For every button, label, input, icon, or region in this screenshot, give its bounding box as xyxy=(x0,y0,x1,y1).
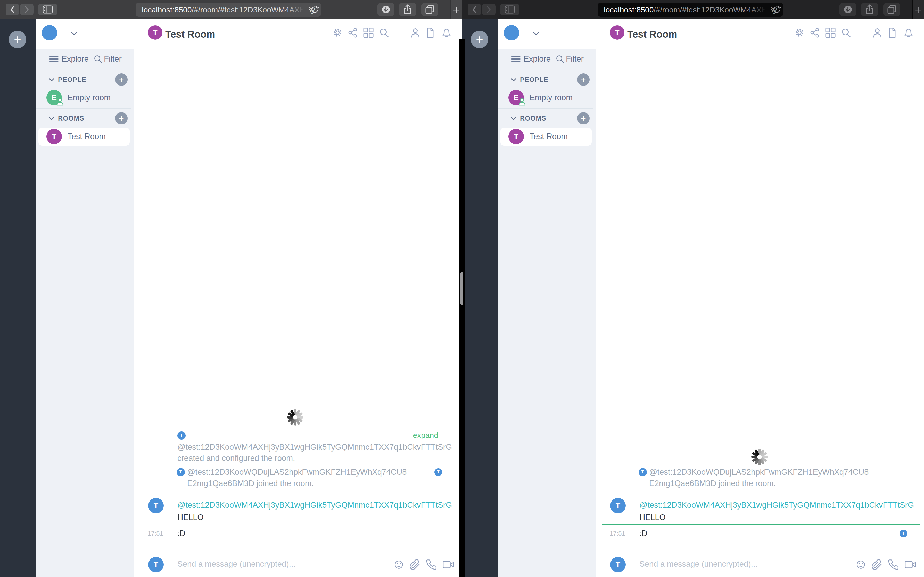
reload-button[interactable] xyxy=(310,6,319,14)
event-message: created and configured the room. xyxy=(178,453,295,464)
filter-input[interactable]: Filter xyxy=(104,53,123,65)
filter-input[interactable]: Filter xyxy=(566,53,585,65)
sidebar-panel-icon xyxy=(504,5,515,14)
room-avatar[interactable]: T xyxy=(148,25,162,40)
search-icon[interactable] xyxy=(555,54,565,64)
expand-link[interactable]: expand xyxy=(413,430,438,441)
room-search-button[interactable] xyxy=(840,27,852,39)
downloads-button[interactable] xyxy=(378,3,394,16)
explore-button[interactable]: Explore xyxy=(523,53,552,65)
sender-avatar[interactable]: T xyxy=(610,498,626,513)
room-avatar-test-room: T xyxy=(509,129,524,144)
download-icon xyxy=(842,4,854,15)
tab-overview-button[interactable] xyxy=(883,3,900,16)
emoji-button[interactable] xyxy=(855,559,866,570)
unread-marker xyxy=(602,524,921,525)
message-composer: T Send a message (unencrypted)... xyxy=(134,550,462,577)
video-call-button[interactable] xyxy=(905,559,916,570)
chat-app: + Explore Filter xyxy=(462,19,924,577)
collapse-chevron-icon[interactable] xyxy=(49,117,54,120)
notifications-button[interactable] xyxy=(903,27,914,39)
voice-call-button[interactable] xyxy=(426,559,437,570)
forward-button[interactable] xyxy=(20,3,34,15)
create-community-button[interactable]: + xyxy=(471,31,488,48)
files-button[interactable] xyxy=(424,27,436,39)
reload-button[interactable] xyxy=(772,6,781,14)
collapse-chevron-icon[interactable] xyxy=(511,117,516,120)
search-icon[interactable] xyxy=(93,54,103,64)
share-button[interactable] xyxy=(861,3,878,16)
section-rooms-label: ROOMS xyxy=(58,112,84,124)
create-community-button[interactable]: + xyxy=(9,31,26,48)
room-list-item-test-room-label[interactable]: Test Room xyxy=(68,127,106,145)
hamburger-icon[interactable] xyxy=(49,55,58,63)
new-tab-label: + xyxy=(915,4,922,16)
user-menu[interactable] xyxy=(498,19,596,50)
settings-button[interactable] xyxy=(794,27,805,39)
share-room-button[interactable] xyxy=(809,27,821,39)
bell-icon xyxy=(903,27,914,39)
composer-input[interactable]: Send a message (unencrypted)... xyxy=(640,550,758,577)
add-people-button[interactable]: + xyxy=(577,73,590,86)
composer-input[interactable]: Send a message (unencrypted)... xyxy=(178,550,296,577)
user-avatar[interactable] xyxy=(504,25,519,40)
files-button[interactable] xyxy=(886,27,898,39)
add-room-button[interactable]: + xyxy=(115,112,128,124)
settings-button[interactable] xyxy=(332,27,343,39)
add-room-button[interactable]: + xyxy=(577,112,590,124)
scrollbar-thumb[interactable] xyxy=(460,272,463,305)
reload-icon xyxy=(310,6,319,14)
chevron-right-icon xyxy=(24,6,29,13)
forward-button[interactable] xyxy=(482,3,496,15)
hamburger-icon[interactable] xyxy=(511,55,520,63)
members-button[interactable] xyxy=(410,27,421,39)
collapse-chevron-icon[interactable] xyxy=(511,78,516,82)
file-icon xyxy=(424,27,436,39)
room-list-panel: Explore Filter PEOPLE + E Empty room xyxy=(498,19,596,577)
emoji-button[interactable] xyxy=(393,559,404,570)
room-avatar[interactable]: T xyxy=(610,25,624,40)
explore-button[interactable]: Explore xyxy=(61,53,90,65)
new-tab-button[interactable]: + xyxy=(450,0,462,19)
share-button[interactable] xyxy=(399,3,416,16)
message-text: HELLO xyxy=(178,512,204,523)
sidebar-toggle-button[interactable] xyxy=(500,3,519,15)
room-list-item-test-room-label[interactable]: Test Room xyxy=(530,127,568,145)
browser-window-left: localhost:8500/#/room/#test:12D3KooWM4AX… xyxy=(0,0,462,577)
user-menu[interactable] xyxy=(36,19,134,50)
loading-spinner xyxy=(748,445,771,469)
address-bar[interactable]: localhost:8500/#/room/#test:12D3KooWM4AX… xyxy=(136,3,321,17)
widgets-button[interactable] xyxy=(363,27,374,39)
voice-call-button[interactable] xyxy=(888,559,899,570)
plus-icon: + xyxy=(476,33,483,45)
widgets-button[interactable] xyxy=(825,27,836,39)
room-list-item-empty-room[interactable]: Empty room xyxy=(530,90,573,105)
event-message: @test:12D3KooWM4AXHj3yBX1wgHGik5TyGQMnmc… xyxy=(178,442,452,453)
back-button[interactable] xyxy=(468,3,481,15)
header-divider xyxy=(400,27,401,38)
chevron-left-icon xyxy=(472,6,477,13)
room-list-item-empty-room[interactable]: Empty room xyxy=(68,90,111,105)
add-people-button[interactable]: + xyxy=(115,73,128,86)
tab-overview-button[interactable] xyxy=(421,3,438,16)
room-header: T Test Room xyxy=(596,19,924,50)
room-search-button[interactable] xyxy=(378,27,390,39)
sender-avatar[interactable]: T xyxy=(148,498,164,513)
attach-button[interactable] xyxy=(871,559,882,570)
browser-chrome: localhost:8500/#/room/#test:12D3KooWM4AX… xyxy=(0,0,462,19)
video-camera-icon xyxy=(443,559,454,570)
presence-person-icon xyxy=(518,98,526,106)
notifications-button[interactable] xyxy=(441,27,452,39)
header-divider xyxy=(862,27,863,38)
downloads-button[interactable] xyxy=(840,3,856,16)
user-avatar[interactable] xyxy=(42,25,57,40)
address-bar[interactable]: localhost:8500/#/room/#test:12D3KooWM4AX… xyxy=(598,3,783,17)
video-call-button[interactable] xyxy=(443,559,454,570)
back-button[interactable] xyxy=(6,3,19,15)
attach-button[interactable] xyxy=(409,559,420,570)
collapse-chevron-icon[interactable] xyxy=(49,78,54,82)
members-button[interactable] xyxy=(872,27,883,39)
new-tab-button[interactable]: + xyxy=(912,0,924,19)
share-room-button[interactable] xyxy=(347,27,359,39)
sidebar-toggle-button[interactable] xyxy=(38,3,57,15)
